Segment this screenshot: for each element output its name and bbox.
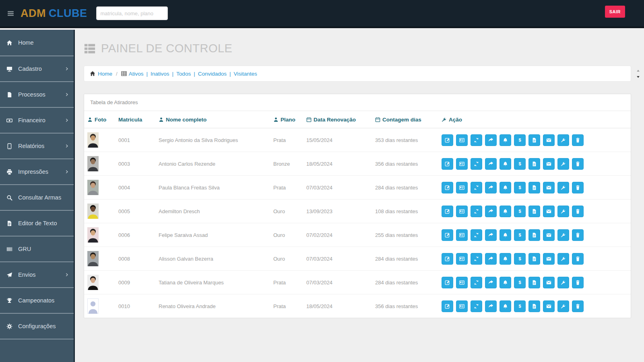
breadcrumb-filter-visitantes[interactable]: Visitantes (233, 71, 257, 77)
action-refresh-button[interactable] (471, 158, 482, 170)
action-id-card-button[interactable] (456, 229, 468, 241)
action-file-invoice-button[interactable] (528, 134, 540, 146)
action-id-card-button[interactable] (456, 158, 468, 170)
sidebar-item-cadastro[interactable]: Cadastro (0, 56, 74, 81)
action-edit-button[interactable] (442, 229, 453, 241)
logout-button[interactable]: SAIR (605, 6, 625, 18)
action-refresh-button[interactable] (471, 277, 482, 288)
action-dollar-button[interactable]: $ (514, 158, 526, 170)
sidebar-item-impressoes[interactable]: Impressões (0, 158, 74, 184)
action-wrench-button[interactable] (557, 158, 569, 170)
action-wrench-button[interactable] (557, 229, 569, 241)
action-envelope-button[interactable] (543, 182, 555, 193)
sidebar-item-configuracoes[interactable]: Configurações (0, 313, 74, 339)
action-envelope-button[interactable] (543, 229, 555, 241)
breadcrumb-filter-ativos[interactable]: Ativos (129, 71, 144, 77)
action-share-button[interactable] (485, 206, 497, 217)
action-id-card-button[interactable] (456, 253, 468, 265)
action-trash-button[interactable] (572, 300, 584, 312)
action-id-card-button[interactable] (456, 182, 468, 193)
action-envelope-button[interactable] (543, 300, 555, 312)
action-file-invoice-button[interactable] (528, 206, 540, 217)
sidebar-item-envios[interactable]: Envios (0, 261, 74, 287)
action-share-button[interactable] (485, 253, 497, 265)
sidebar-item-relatorios[interactable]: Relatórios (0, 133, 74, 158)
action-edit-button[interactable] (442, 206, 453, 217)
action-dollar-button[interactable]: $ (514, 206, 526, 217)
action-refresh-button[interactable] (471, 229, 482, 241)
action-bell-button[interactable] (500, 182, 511, 193)
breadcrumb-filter-inativos[interactable]: Inativos (151, 71, 169, 77)
action-file-invoice-button[interactable] (528, 277, 540, 288)
action-edit-button[interactable] (442, 277, 453, 288)
scroll-up-icon[interactable] (636, 69, 642, 73)
action-file-invoice-button[interactable] (528, 300, 540, 312)
action-trash-button[interactable] (572, 158, 584, 170)
action-file-invoice-button[interactable] (528, 253, 540, 265)
action-edit-button[interactable] (442, 253, 453, 265)
sidebar-item-processos[interactable]: Processos (0, 81, 74, 107)
action-share-button[interactable] (485, 158, 497, 170)
action-file-invoice-button[interactable] (528, 229, 540, 241)
action-bell-button[interactable] (500, 158, 511, 170)
action-file-invoice-button[interactable] (528, 158, 540, 170)
action-dollar-button[interactable]: $ (514, 300, 526, 312)
sidebar-item-financeiro[interactable]: Financeiro (0, 107, 74, 133)
action-trash-button[interactable] (572, 134, 584, 146)
action-wrench-button[interactable] (557, 300, 569, 312)
action-edit-button[interactable] (442, 158, 453, 170)
action-trash-button[interactable] (572, 206, 584, 217)
action-id-card-button[interactable] (456, 300, 468, 312)
action-id-card-button[interactable] (456, 206, 468, 217)
action-envelope-button[interactable] (543, 277, 555, 288)
action-envelope-button[interactable] (543, 158, 555, 170)
action-trash-button[interactable] (572, 182, 584, 193)
brand-logo[interactable]: ADM CLUBE (21, 7, 87, 20)
action-edit-button[interactable] (442, 134, 453, 146)
action-wrench-button[interactable] (557, 134, 569, 146)
sidebar-item-editor-de-texto[interactable]: Editor de Texto (0, 210, 74, 236)
action-wrench-button[interactable] (557, 182, 569, 193)
action-wrench-button[interactable] (557, 253, 569, 265)
action-refresh-button[interactable] (471, 206, 482, 217)
action-bell-button[interactable] (500, 277, 511, 288)
action-id-card-button[interactable] (456, 277, 468, 288)
action-share-button[interactable] (485, 229, 497, 241)
action-edit-button[interactable] (442, 300, 453, 312)
action-trash-button[interactable] (572, 253, 584, 265)
sidebar-item-campeonatos[interactable]: Campeonatos (0, 287, 74, 313)
action-dollar-button[interactable]: $ (514, 229, 526, 241)
action-bell-button[interactable] (500, 134, 511, 146)
action-bell-button[interactable] (500, 206, 511, 217)
breadcrumb-filter-convidados[interactable]: Convidados (198, 71, 227, 77)
action-wrench-button[interactable] (557, 206, 569, 217)
action-refresh-button[interactable] (471, 253, 482, 265)
action-bell-button[interactable] (500, 300, 511, 312)
action-refresh-button[interactable] (471, 134, 482, 146)
action-refresh-button[interactable] (471, 300, 482, 312)
action-bell-button[interactable] (500, 253, 511, 265)
action-share-button[interactable] (485, 134, 497, 146)
action-trash-button[interactable] (572, 277, 584, 288)
breadcrumb-filter-todos[interactable]: Todos (176, 71, 191, 77)
action-bell-button[interactable] (500, 229, 511, 241)
action-envelope-button[interactable] (543, 253, 555, 265)
menu-toggle-icon[interactable] (7, 10, 14, 17)
sidebar-item-consultar-armas[interactable]: Consultar Armas (0, 184, 74, 210)
search-input[interactable] (96, 6, 168, 20)
action-wrench-button[interactable] (557, 277, 569, 288)
action-edit-button[interactable] (442, 182, 453, 193)
breadcrumb-home-link[interactable]: Home (98, 71, 112, 77)
action-dollar-button[interactable]: $ (514, 182, 526, 193)
sidebar-item-gru[interactable]: GRU (0, 236, 74, 261)
action-trash-button[interactable] (572, 229, 584, 241)
action-share-button[interactable] (485, 300, 497, 312)
action-dollar-button[interactable]: $ (514, 277, 526, 288)
action-refresh-button[interactable] (471, 182, 482, 193)
action-id-card-button[interactable] (456, 134, 468, 146)
sidebar-item-home[interactable]: Home (0, 30, 74, 56)
scroll-down-icon[interactable] (636, 74, 642, 79)
action-file-invoice-button[interactable] (528, 182, 540, 193)
action-dollar-button[interactable]: $ (514, 253, 526, 265)
action-share-button[interactable] (485, 277, 497, 288)
